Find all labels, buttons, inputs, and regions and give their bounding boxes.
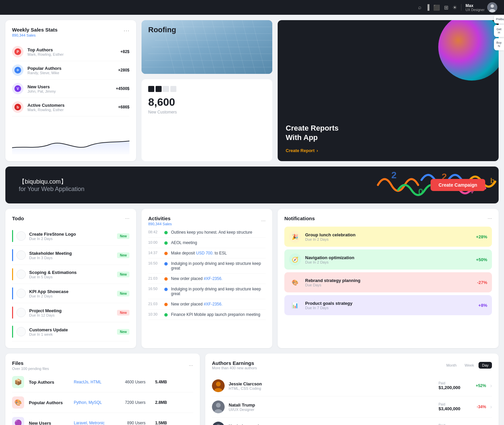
active-customers-value: +686$	[118, 105, 129, 109]
files-subtitle: Over 100 pending files	[12, 367, 49, 371]
planet-decoration	[438, 20, 499, 81]
nav-icon-group: ⌕ ▐ ⬛ ⊞ ☀ Max UX Designer	[418, 2, 497, 12]
notif-info: Group lunch celebration Due In 2 Days	[305, 232, 472, 241]
side-panels: Prebu Get H Buy N	[494, 15, 504, 52]
chevron-right-icon[interactable]: ›	[490, 404, 492, 410]
notifications-menu[interactable]: ⋯	[488, 216, 492, 221]
tab-week[interactable]: Week	[461, 362, 478, 369]
activity-link[interactable]: #XF-2356.	[204, 302, 222, 306]
top-authors-value: +82$	[120, 49, 129, 54]
todo-checkbox[interactable]	[16, 327, 26, 336]
todo-bar	[12, 249, 13, 261]
activity-item: 21:03 New order placed #XF-2356.	[148, 274, 266, 284]
campaign-text: 【biqubiqu.com】 for Your Web Application	[19, 178, 85, 193]
weekly-sales-subtitle: 890,344 Sales	[12, 33, 129, 37]
todo-menu[interactable]: ⋯	[125, 216, 129, 221]
reports-content: Create Reports With App Create Report ›	[286, 124, 491, 153]
author-avatar	[212, 422, 225, 425]
activity-time: 10:30	[148, 312, 161, 316]
new-customers-label: New Customers	[148, 110, 266, 114]
tab-month[interactable]: Month	[443, 362, 460, 369]
file-icon: 🟣	[12, 417, 24, 425]
top-authors-sub: Mark, Rowling, Esther	[27, 52, 64, 56]
todo-name: Stakeholder Meeting	[29, 251, 114, 256]
create-report-label: Create Report	[286, 148, 315, 153]
notif-info: Rebrand strategy planning Due Days	[305, 278, 473, 287]
todo-item-firestone: Create FireStone Logo Due In 2 Days New	[12, 227, 129, 246]
active-customers-info: Active Customers Mark, Rowling, Esther	[27, 103, 65, 112]
side-panel-prebu[interactable]: Prebu	[494, 15, 504, 23]
svg-text:✈: ✈	[16, 68, 19, 73]
new-users-name: New Users	[27, 84, 56, 89]
todo-checkbox[interactable]	[16, 270, 26, 279]
reports-title-line2: With App	[286, 133, 491, 143]
author-info: Kevin Leonard Art Director	[229, 424, 435, 425]
roofing-title: Roofing	[148, 26, 176, 34]
svg-text:2: 2	[391, 170, 397, 180]
notif-sub: Due In 2 Days	[305, 260, 472, 264]
files-menu[interactable]: ⋯	[189, 363, 193, 368]
svg-text:P: P	[17, 50, 19, 54]
todo-due: Due In 3 Days	[29, 256, 114, 260]
author-avatar	[212, 400, 225, 413]
weekly-sales-title: Weekly Sales Stats	[12, 27, 129, 33]
chevron-right-icon[interactable]: ›	[490, 383, 492, 389]
earnings-header: Authors Earnings More than 400 new autho…	[212, 360, 492, 370]
active-customers-name: Active Customers	[27, 103, 65, 108]
activities-menu[interactable]: ⋯	[261, 218, 266, 223]
todo-due: Due In 2 Days	[29, 294, 114, 298]
create-report-link[interactable]: Create Report ›	[286, 148, 491, 153]
notif-value: +28%	[476, 234, 487, 239]
weekly-sales-menu[interactable]: ⋯	[123, 27, 129, 34]
active-customers-sub: Mark, Rowling, Esther	[27, 108, 65, 112]
campaign-sub: for Your Web Application	[19, 186, 85, 193]
user-role: UX Designer	[465, 8, 485, 12]
search-icon[interactable]: ⌕	[418, 4, 422, 10]
todo-info: Customers Update Due In 1 week	[29, 327, 114, 336]
activity-link[interactable]: #XF-2356.	[204, 276, 222, 281]
todo-badge: New	[117, 272, 129, 277]
main-content: Weekly Sales Stats 890,344 Sales ⋯ P Top…	[0, 15, 504, 425]
todo-checkbox[interactable]	[16, 250, 26, 260]
todo-name: Scoping & Estimations	[29, 270, 114, 275]
tab-day[interactable]: Day	[479, 362, 492, 369]
todo-title: Todo	[12, 216, 24, 221]
todo-card: Todo ⋯ Create FireStone Logo Due In 2 Da…	[5, 209, 136, 348]
todo-checkbox[interactable]	[16, 308, 26, 317]
svg-point-38	[216, 403, 221, 408]
todo-badge: New	[117, 291, 129, 296]
side-panel-get-h[interactable]: Get H	[494, 25, 504, 37]
paid-info: Paid $35,600,000	[439, 424, 465, 425]
equalizer-icon[interactable]: ▐	[426, 4, 429, 10]
todo-checkbox[interactable]	[16, 289, 26, 298]
stats-list: P Top Authors Mark, Rowling, Esther +82$…	[12, 43, 129, 116]
grid-icon[interactable]: ⊞	[444, 4, 448, 11]
author-info: Natali Trump UI/UX Designer	[229, 403, 435, 412]
todo-info: Project Meeting Due In 12 Days	[29, 308, 114, 317]
activity-link[interactable]: USD 700.	[196, 251, 214, 255]
svg-text:0: 0	[418, 187, 424, 197]
todo-checkbox[interactable]	[16, 231, 26, 241]
notification-nav-opt: 🧭 Navigation optimization Due In 2 Days …	[284, 249, 492, 270]
grid-icon-dark2	[156, 86, 162, 92]
author-name: Kevin Leonard	[229, 424, 435, 425]
earnings-sub: More than 400 new authors	[212, 366, 257, 370]
brightness-icon[interactable]: ☀	[452, 4, 457, 11]
author-natali: Natali Trump UI/UX Designer Paid $3,400,…	[212, 396, 492, 418]
create-campaign-button[interactable]: Create Campaign	[431, 179, 485, 191]
popular-authors-name: Popular Authors	[27, 66, 61, 71]
nav-opt-icon: 🧭	[289, 253, 301, 266]
file-size: 5.4MB	[150, 380, 167, 384]
desktop-icon[interactable]: ⬛	[433, 4, 440, 11]
side-panel-buy-n[interactable]: Buy N	[494, 38, 504, 50]
new-users-info: New Users John, Pat, Jimmy	[27, 84, 56, 93]
activity-text: New order placed #XF-2356.	[171, 276, 266, 281]
todo-bar	[12, 306, 13, 319]
activity-item: 16:50 Indulging in poorly driving and ke…	[148, 258, 266, 274]
new-customers-number: 8,600	[148, 96, 266, 108]
activity-time: 14:37	[148, 251, 161, 255]
activity-time: 21:03	[148, 302, 161, 306]
top-authors-info: Top Authors Mark, Rowling, Esther	[27, 47, 64, 56]
stat-popular-authors: ✈ Popular Authors Randy, Steve, Mike +28…	[12, 61, 129, 80]
todo-name: Project Meeting	[29, 308, 114, 313]
